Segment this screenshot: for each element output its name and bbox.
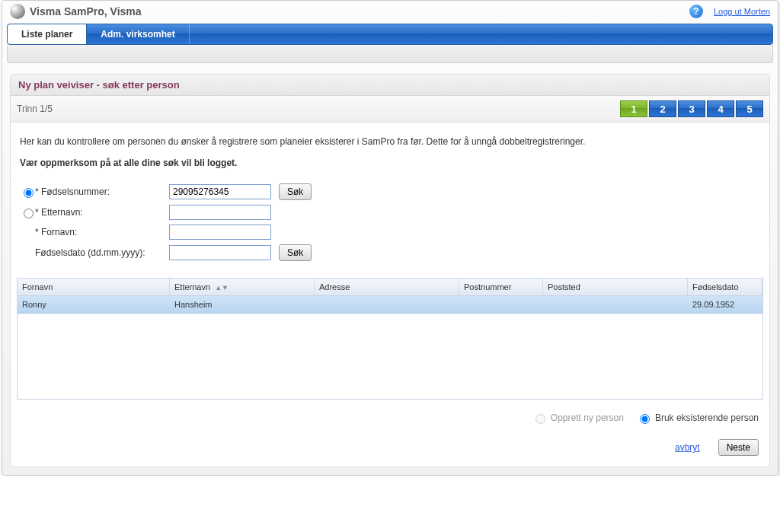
cancel-link[interactable]: avbryt [675, 442, 700, 453]
row-fornavn: * Fornavn: [20, 225, 760, 240]
col-etternavn-label: Etternavn [174, 282, 210, 291]
app-title: Visma SamPro, Visma [30, 5, 689, 18]
label-fodselsnummer: * Fødselsnummer: [35, 186, 169, 197]
radio-opprett-ny [535, 414, 545, 424]
app-window: Visma SamPro, Visma ? Logg ut Morten Lis… [2, 0, 778, 476]
step-indicator: 1 2 3 4 5 [620, 100, 763, 117]
option-bruk-eksisterende[interactable]: Bruk eksisterende person [636, 412, 759, 424]
sort-icon: ▲▼ [215, 284, 229, 291]
col-postnummer[interactable]: Postnummer [459, 279, 543, 295]
label-etternavn: * Etternavn: [35, 207, 169, 218]
input-fornavn[interactable] [169, 225, 271, 240]
col-etternavn[interactable]: Etternavn ▲▼ [170, 279, 315, 295]
option-opprett-ny[interactable]: Opprett ny person [532, 412, 624, 424]
tabbar: Liste planer Adm. virksomhet [7, 24, 773, 45]
step-3[interactable]: 3 [678, 100, 705, 117]
input-fodselsdato[interactable] [169, 245, 271, 260]
radio-bruk-eksisterende[interactable] [640, 414, 650, 424]
header: Visma SamPro, Visma ? Logg ut Morten [2, 1, 778, 24]
input-etternavn[interactable] [169, 205, 271, 220]
help-icon[interactable]: ? [689, 5, 703, 18]
cell-fornavn: Ronny [18, 296, 170, 313]
label-fornavn: * Fornavn: [35, 227, 169, 237]
intro-line-2: Vær oppmerksom på at alle dine søk vil b… [20, 158, 760, 168]
label-bruk-eksisterende: Bruk eksisterende person [655, 413, 759, 423]
label-fodselsdato: Fødselsdato (dd.mm.yyyy): [35, 247, 169, 258]
cell-poststed [543, 296, 688, 313]
subtoolbar [7, 45, 773, 63]
intro-line-1: Her kan du kontrollere om personen du øn… [20, 136, 760, 147]
col-fornavn[interactable]: Fornavn [18, 279, 170, 295]
input-fodselsnummer[interactable] [169, 184, 271, 199]
col-fodselsdato[interactable]: Fødselsdato [688, 279, 762, 295]
col-poststed[interactable]: Poststed [543, 279, 688, 295]
results-header: Fornavn Etternavn ▲▼ Adresse Postnummer … [18, 279, 762, 296]
step-1[interactable]: 1 [620, 100, 647, 117]
row-fodselsnummer: * Fødselsnummer: Søk [20, 183, 760, 200]
search-name-button[interactable]: Søk [279, 244, 312, 261]
intro-text: Her kan du kontrollere om personen du øn… [11, 123, 769, 183]
radio-navn[interactable] [24, 209, 34, 218]
card-title: Ny plan veiviser - søk etter person [11, 75, 769, 96]
app-logo-icon [10, 4, 25, 19]
cell-etternavn: Hansheim [170, 296, 315, 313]
logout-link[interactable]: Logg ut Morten [714, 7, 770, 16]
footer-row: avbryt Neste [11, 428, 769, 459]
radio-fodselsnummer[interactable] [24, 188, 34, 198]
wizard-card: Ny plan veiviser - søk etter person Trin… [10, 74, 770, 467]
label-opprett-ny: Opprett ny person [551, 413, 624, 423]
step-label: Trinn 1/5 [17, 104, 620, 114]
person-mode-options: Opprett ny person Bruk eksisterende pers… [11, 400, 769, 428]
row-etternavn: * Etternavn: [20, 205, 760, 220]
search-fnr-button[interactable]: Søk [279, 183, 312, 200]
step-row: Trinn 1/5 1 2 3 4 5 [11, 96, 769, 123]
step-2[interactable]: 2 [649, 100, 676, 117]
step-4[interactable]: 4 [707, 100, 734, 117]
cell-fodselsdato: 29.09.1952 [688, 296, 762, 313]
col-adresse[interactable]: Adresse [315, 279, 459, 295]
tab-liste-planer[interactable]: Liste planer [8, 24, 87, 44]
cell-postnummer [459, 296, 543, 313]
tabbar-wrap: Liste planer Adm. virksomhet [7, 24, 773, 45]
table-row[interactable]: Ronny Hansheim 29.09.1952 [18, 296, 762, 314]
search-form: * Fødselsnummer: Søk * Etternavn: * Forn… [11, 183, 769, 273]
cell-adresse [315, 296, 459, 313]
row-fodselsdato: Fødselsdato (dd.mm.yyyy): Søk [20, 244, 760, 261]
next-button[interactable]: Neste [718, 439, 759, 456]
results-table: Fornavn Etternavn ▲▼ Adresse Postnummer … [17, 278, 763, 400]
step-5[interactable]: 5 [736, 100, 763, 117]
tab-adm-virksomhet[interactable]: Adm. virksomhet [87, 24, 189, 44]
